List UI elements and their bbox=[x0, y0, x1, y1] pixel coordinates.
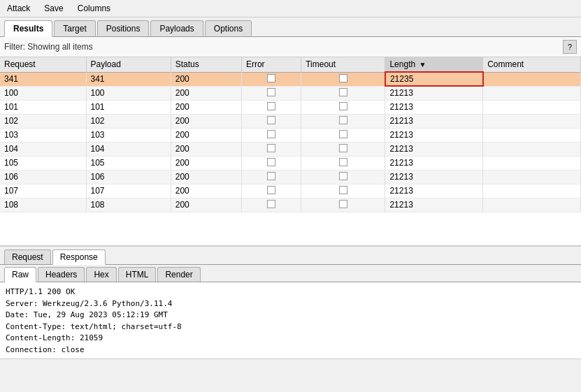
checkbox[interactable] bbox=[339, 88, 347, 96]
checkbox[interactable] bbox=[267, 144, 275, 152]
response-line: Server: Werkzeug/2.3.6 Python/3.11.4 bbox=[6, 298, 575, 310]
checkbox[interactable] bbox=[339, 74, 347, 82]
checkbox[interactable] bbox=[339, 158, 347, 166]
cell-2: 200 bbox=[171, 170, 241, 184]
tab-request[interactable]: Request bbox=[4, 249, 51, 264]
cell-5: 21213 bbox=[385, 86, 483, 100]
cell-3 bbox=[241, 86, 301, 100]
checkbox[interactable] bbox=[339, 144, 347, 152]
cell-6 bbox=[483, 198, 581, 212]
checkbox[interactable] bbox=[267, 172, 275, 180]
checkbox[interactable] bbox=[267, 186, 275, 194]
table-header-row: Request Payload Status Error Timeout Len… bbox=[0, 57, 581, 72]
checkbox[interactable] bbox=[339, 200, 347, 208]
checkbox[interactable] bbox=[267, 200, 275, 208]
table-row[interactable]: 10210220021213 bbox=[0, 114, 581, 128]
menu-columns[interactable]: Columns bbox=[75, 2, 113, 15]
menu-attack[interactable]: Attack bbox=[4, 2, 33, 15]
checkbox[interactable] bbox=[339, 172, 347, 180]
tab-options[interactable]: Options bbox=[205, 20, 252, 36]
cell-2: 200 bbox=[171, 72, 241, 86]
cell-6 bbox=[483, 156, 581, 170]
cell-6 bbox=[483, 72, 581, 86]
checkbox[interactable] bbox=[339, 186, 347, 194]
filter-help-button[interactable]: ? bbox=[563, 40, 577, 54]
cell-6 bbox=[483, 100, 581, 114]
table-row[interactable]: 10010020021213 bbox=[0, 86, 581, 100]
cell-4 bbox=[301, 184, 385, 198]
col-timeout[interactable]: Timeout bbox=[301, 57, 385, 72]
col-request[interactable]: Request bbox=[0, 57, 86, 72]
cell-2: 200 bbox=[171, 184, 241, 198]
cell-5: 21213 bbox=[385, 100, 483, 114]
table-row[interactable]: 10610620021213 bbox=[0, 170, 581, 184]
cell-0: 107 bbox=[0, 184, 86, 198]
cell-1: 100 bbox=[86, 86, 171, 100]
table-row[interactable]: 10410420021213 bbox=[0, 142, 581, 156]
cell-2: 200 bbox=[171, 128, 241, 142]
cell-0: 341 bbox=[0, 72, 86, 86]
checkbox[interactable] bbox=[339, 102, 347, 110]
cell-3 bbox=[241, 156, 301, 170]
table-row[interactable]: 10110120021213 bbox=[0, 100, 581, 114]
cell-1: 108 bbox=[86, 198, 171, 212]
tab-response[interactable]: Response bbox=[52, 249, 106, 265]
checkbox[interactable] bbox=[267, 130, 275, 138]
cell-4 bbox=[301, 128, 385, 142]
cell-6 bbox=[483, 114, 581, 128]
tab-positions[interactable]: Positions bbox=[97, 20, 150, 36]
menu-bar: Attack Save Columns bbox=[0, 0, 581, 17]
checkbox[interactable] bbox=[267, 116, 275, 124]
table-row[interactable]: 10810820021213 bbox=[0, 198, 581, 212]
sub-tab-bar: Raw Headers Hex HTML Render bbox=[0, 265, 581, 282]
sub-tab-html[interactable]: HTML bbox=[118, 267, 157, 282]
checkbox[interactable] bbox=[267, 102, 275, 110]
cell-1: 106 bbox=[86, 170, 171, 184]
table-row[interactable]: 10710720021213 bbox=[0, 184, 581, 198]
tab-target[interactable]: Target bbox=[54, 20, 95, 36]
cell-5: 21213 bbox=[385, 184, 483, 198]
bottom-section: Request Response Raw Headers Hex HTML Re… bbox=[0, 246, 581, 359]
cell-3 bbox=[241, 142, 301, 156]
checkbox[interactable] bbox=[339, 130, 347, 138]
checkbox[interactable] bbox=[339, 116, 347, 124]
col-error[interactable]: Error bbox=[241, 57, 301, 72]
sub-tab-headers[interactable]: Headers bbox=[38, 267, 85, 282]
table-body: 3413412002123510010020021213101101200212… bbox=[0, 72, 581, 212]
checkbox[interactable] bbox=[267, 74, 275, 82]
results-table-container: Request Payload Status Error Timeout Len… bbox=[0, 57, 581, 246]
cell-4 bbox=[301, 100, 385, 114]
checkbox[interactable] bbox=[267, 88, 275, 96]
cell-4 bbox=[301, 72, 385, 86]
cell-4 bbox=[301, 170, 385, 184]
tab-results[interactable]: Results bbox=[4, 20, 52, 37]
response-line: Connection: close bbox=[6, 344, 575, 356]
checkbox[interactable] bbox=[267, 158, 275, 166]
cell-0: 103 bbox=[0, 128, 86, 142]
cell-2: 200 bbox=[171, 142, 241, 156]
req-res-tab-bar: Request Response bbox=[0, 247, 581, 265]
cell-2: 200 bbox=[171, 114, 241, 128]
cell-5: 21213 bbox=[385, 156, 483, 170]
col-payload[interactable]: Payload bbox=[86, 57, 171, 72]
menu-save[interactable]: Save bbox=[41, 2, 66, 15]
table-row[interactable]: 34134120021235 bbox=[0, 72, 581, 86]
sub-tab-render[interactable]: Render bbox=[157, 267, 200, 282]
col-status[interactable]: Status bbox=[171, 57, 241, 72]
cell-6 bbox=[483, 184, 581, 198]
response-line bbox=[6, 356, 575, 359]
cell-3 bbox=[241, 100, 301, 114]
sub-tab-raw[interactable]: Raw bbox=[4, 267, 36, 282]
table-row[interactable]: 10510520021213 bbox=[0, 156, 581, 170]
sub-tab-hex[interactable]: Hex bbox=[86, 267, 116, 282]
cell-5: 21213 bbox=[385, 142, 483, 156]
table-row[interactable]: 10310320021213 bbox=[0, 128, 581, 142]
sort-arrow-icon: ▼ bbox=[419, 61, 426, 68]
cell-5: 21213 bbox=[385, 198, 483, 212]
cell-2: 200 bbox=[171, 86, 241, 100]
tab-payloads[interactable]: Payloads bbox=[150, 20, 203, 36]
cell-5: 21213 bbox=[385, 114, 483, 128]
col-comment[interactable]: Comment bbox=[483, 57, 581, 72]
cell-2: 200 bbox=[171, 100, 241, 114]
col-length[interactable]: Length ▼ bbox=[385, 57, 483, 72]
